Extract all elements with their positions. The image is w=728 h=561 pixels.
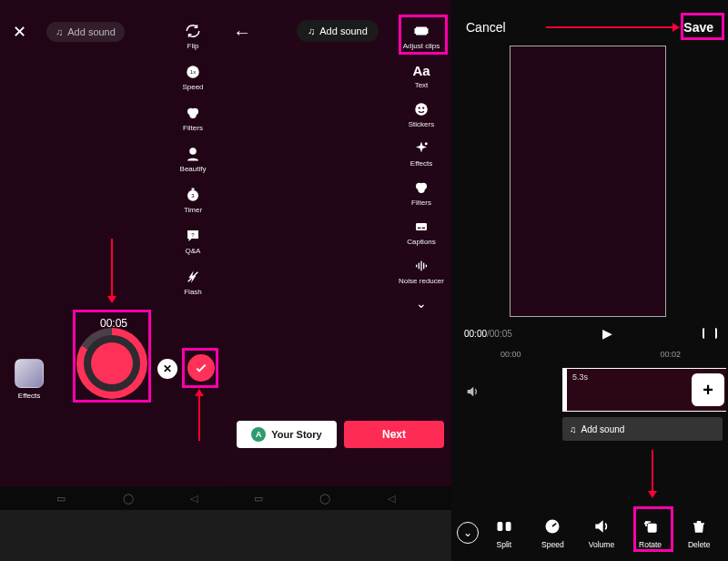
speed-icon: 1x [184,63,202,81]
chevron-down-icon[interactable]: ⌄ [416,296,427,311]
text-icon: Aa [412,61,430,79]
annotation-arrow [198,395,200,441]
annotation-arrow [546,26,673,28]
save-button[interactable]: Save [683,20,713,35]
flash-icon [184,268,202,286]
nav-back-icon[interactable]: ◁ [190,493,197,505]
music-note-icon: ♫ [308,26,315,36]
add-clip-button[interactable]: + [692,373,724,406]
add-sound-pill[interactable]: ♫ Add sound [46,22,125,42]
back-icon[interactable]: ← [233,22,251,43]
svg-rect-22 [418,228,420,229]
cancel-button[interactable]: Cancel [466,20,506,35]
preview-tools-rail: Adjust clips Aa Text Stickers Effects Fi… [397,22,446,311]
your-story-button[interactable]: A Your Story [237,421,337,448]
add-sound-label: Add sound [67,26,116,37]
stickers-icon [412,100,430,118]
filters-icon [412,178,430,197]
tool-volume[interactable]: Volume [578,516,625,549]
timer-icon: 3 [184,186,202,204]
svg-rect-26 [420,261,421,271]
svg-rect-27 [423,263,424,270]
qa-icon: ? [184,227,202,245]
split-icon [494,516,514,536]
confirm-button[interactable] [187,354,215,382]
fullscreen-icon[interactable] [703,328,717,339]
svg-rect-28 [426,265,427,268]
tool-flash[interactable]: Flash [171,268,215,296]
effects-thumb-icon [15,359,44,388]
adjust-clips-icon [412,22,430,40]
flip-icon [184,22,202,40]
edit-toolbar: ⌄ Split Speed Volume Rotate Delete [451,505,728,561]
noise-reducer-icon [412,257,430,275]
tool-rotate[interactable]: Rotate [627,516,674,549]
svg-rect-29 [497,522,502,531]
playback-bar: 00:00/00:05 ▶ [464,326,717,341]
svg-rect-7 [192,189,195,190]
nav-home-icon[interactable]: ◯ [319,493,330,505]
timeline-mark: 00:00 [500,350,521,359]
effects-icon [412,139,430,158]
svg-rect-21 [416,223,427,230]
svg-text:1x: 1x [190,69,196,75]
record-button[interactable] [76,328,147,399]
svg-point-5 [189,148,197,155]
svg-rect-32 [647,524,656,533]
svg-point-20 [418,187,425,194]
svg-point-14 [415,103,428,116]
avatar-icon: A [251,427,266,442]
rotate-icon [641,516,661,536]
timeline-ruler: 00:00 00:02 [464,350,717,359]
add-sound-strip[interactable]: ♫ Add sound [562,417,723,441]
tool-stickers[interactable]: Stickers [409,100,434,128]
tool-flip[interactable]: Flip [171,22,215,50]
tool-delete[interactable]: Delete [675,516,723,549]
svg-rect-11 [416,27,427,36]
svg-rect-30 [505,522,511,531]
tool-timer[interactable]: 3 Timer [171,186,215,214]
play-icon[interactable]: ▶ [512,326,703,341]
nav-recent-icon[interactable]: ▭ [254,493,263,505]
volume-icon [592,516,612,536]
record-tools-rail: Flip 1x Speed Filters Beautify 3 Timer ?… [171,22,215,296]
tool-split[interactable]: Split [480,516,528,549]
svg-rect-12 [415,28,417,34]
tool-speed[interactable]: Speed [530,516,577,549]
collapse-icon[interactable]: ⌄ [457,522,479,544]
play-total-time: /00:05 [487,329,512,339]
next-button[interactable]: Next [344,421,444,448]
nav-home-icon[interactable]: ◯ [123,493,134,505]
nav-back-icon[interactable]: ◁ [388,493,395,505]
tool-text[interactable]: Aa Text [412,61,430,89]
tool-captions[interactable]: Captions [407,218,436,246]
svg-point-17 [425,142,428,145]
android-nav-bar: ▭ ◯ ◁ ▭ ◯ ◁ [0,486,451,510]
beautify-icon [184,145,202,163]
plus-icon: + [703,380,713,401]
close-icon[interactable]: ✕ [13,22,26,42]
svg-point-4 [189,112,197,119]
annotation-arrow [652,450,653,492]
tool-speed[interactable]: 1x Speed [171,63,215,91]
clip-duration: 5.3s [572,372,588,382]
tool-qa[interactable]: ? Q&A [171,227,215,255]
tool-noise-reducer[interactable]: Noise reducer [399,257,444,285]
svg-rect-23 [422,228,425,229]
tool-filters[interactable]: Filters [411,178,431,207]
edit-screen: Cancel Save 00:00/00:05 ▶ 00:00 00:02 5.… [451,0,728,561]
tool-effects[interactable]: Effects [410,139,432,168]
music-note-icon: ♫ [56,26,63,37]
effects-button[interactable]: Effects [15,359,44,400]
tool-beautify[interactable]: Beautify [171,145,215,173]
discard-button[interactable]: ✕ [157,359,177,379]
add-sound-pill[interactable]: ♫ Add sound [297,20,379,42]
annotation-arrow [111,239,113,297]
play-current-time: 00:00 [464,329,487,339]
tool-adjust-clips[interactable]: Adjust clips [403,22,440,50]
volume-icon[interactable] [464,384,480,399]
tool-filters[interactable]: Filters [171,104,215,132]
captions-icon [412,218,430,236]
nav-recent-icon[interactable]: ▭ [56,493,66,505]
svg-rect-13 [426,28,428,34]
